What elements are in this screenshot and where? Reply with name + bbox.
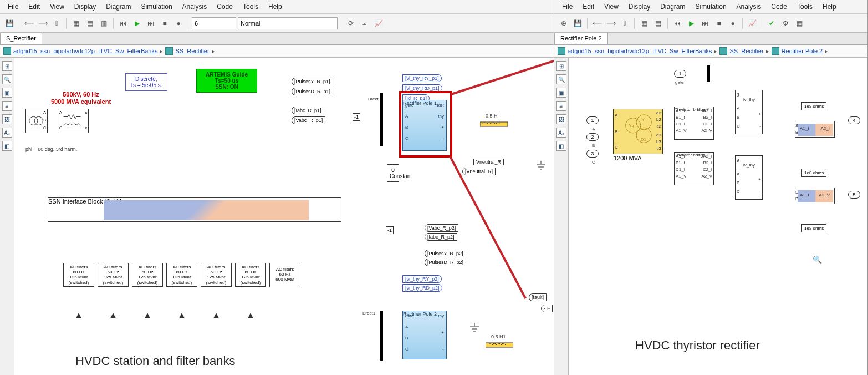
scope-icon[interactable]: 📈 [372,17,385,29]
from-vneutral[interactable]: [Vneutral_R] [462,168,496,175]
from-pulsesy-p1[interactable]: [PulsesY_R_p1] [292,78,333,85]
menu-file[interactable]: File [3,2,23,12]
menu-edit[interactable]: Edit [24,2,44,12]
goto-vithy-ry-p1[interactable]: [vi_thy_RY_p1] [402,74,442,82]
model-explorer-icon[interactable]: ▥ [98,17,110,29]
ac-filter-1[interactable]: AC filters60 Hz125 Mvar(switched) [63,263,94,287]
back-icon[interactable]: ⟸ [591,17,603,29]
from-iabc-p1[interactable]: [Iabc_R_p1] [292,107,324,114]
image-icon[interactable]: 🖼 [556,114,566,124]
inductor-block[interactable] [480,121,508,128]
menu-display[interactable]: Display [624,2,655,12]
breadcrumb-l1[interactable]: SS_Rectifier [175,48,209,54]
menu-view[interactable]: View [45,2,69,12]
check-icon[interactable]: ✔ [765,17,778,29]
iv-thy-y[interactable]: g iv_thy A+ B C- [735,90,763,134]
goto-vithy-rd-p2[interactable]: [vi_thy_RD_p2] [402,284,442,292]
viewmark-icon[interactable]: ◧ [556,141,566,151]
up-icon[interactable]: ⇧ [619,17,631,29]
fwd-icon[interactable]: ⟹ [605,17,617,29]
save-icon[interactable]: 💾 [3,17,16,29]
back-icon[interactable]: ⟸ [23,17,35,29]
ssn-interface-1ph-a[interactable]: A1_I A2_I SSN Interface Block (1ph) [795,121,835,138]
menu-tools[interactable]: Tools [793,2,817,12]
stop-time-input[interactable] [192,17,236,29]
fast-restart-icon[interactable]: ⟳ [345,17,357,29]
zoom-in-icon[interactable]: 🔍 [556,74,566,84]
canvas-left[interactable]: 500kV, 60 Hz 5000 MVA equivalent A B C A… [14,58,554,375]
menu-analysis[interactable]: Analysis [732,2,766,12]
lib-browser-icon[interactable]: ▦ [70,17,82,29]
subsystem-icon[interactable] [772,47,779,55]
breadcrumb-root[interactable]: adgrid15_ssn_bipolarhvdc12p_ITVC_Sw_Filt… [568,48,712,54]
step-back-icon[interactable]: ⏮ [117,17,129,29]
annotate-icon[interactable]: ≡ [556,101,566,111]
run-icon[interactable]: ▶ [685,17,697,29]
from-iabc-p2[interactable]: [Iabc_R_p2] [425,233,457,241]
constant-block[interactable]: 0 Constant [387,164,399,182]
menu-simulation[interactable]: Simulation [137,2,177,12]
record-icon[interactable]: ● [727,17,739,29]
from-fault[interactable]: [fault] [529,293,547,301]
menu-help[interactable]: Help [264,2,287,12]
ground-block[interactable] [535,161,547,171]
step-fwd-icon[interactable]: ⏭ [145,17,157,29]
menu-simulation[interactable]: Simulation [691,2,731,12]
model-icon[interactable] [3,47,11,55]
stop-icon[interactable]: ■ [713,17,725,29]
legend-icon[interactable]: Aₐ [556,128,566,138]
viewmark-icon[interactable]: ◧ [2,141,12,151]
from-vabc-p1[interactable]: [Vabc_R_p1] [292,116,325,124]
menu-code[interactable]: Code [767,2,792,12]
canvas-right[interactable]: 1 gate 1 A 2 B 3 C Yg Y D1 [569,58,867,375]
breadcrumb-root[interactable]: adgrid15_ssn_bipolarhvdc12p_ITVC_Sw_Filt… [13,48,157,54]
inductor2-block[interactable] [486,342,513,348]
ac-filter-4[interactable]: AC filters60 Hz125 Mvar(switched) [166,263,197,287]
transformer-1200mva[interactable]: Yg Y D1 1200 MVA A B C a2 b2 c2 a3 b3 c3 [613,109,663,154]
iv-thy-d[interactable]: g iv_thy A+ B C- [735,155,763,200]
menu-edit[interactable]: Edit [578,2,599,12]
goto-vithy-ry-p2[interactable]: [vi_thy_RY_p2] [402,275,442,283]
step-back-icon[interactable]: ⏮ [671,17,683,29]
menu-file[interactable]: File [558,2,577,12]
fit-icon[interactable]: ▣ [556,88,566,98]
resistor-1e8-a[interactable]: 1e8 ohms [801,102,826,110]
artemis-guide-block[interactable]: ARTEMiS GuideTs=50 usSSN: ON [196,69,257,93]
model-icon[interactable] [558,47,565,55]
inport-gate[interactable]: 1 [674,70,686,78]
outport-4[interactable]: 4 [848,116,860,124]
breadcrumb-l1[interactable]: SS_Rectifier [729,48,763,54]
from-t[interactable]: -T- [541,305,553,312]
resistor-1e8-b[interactable]: 1e8 ohms [801,169,826,177]
rectifier-pole-2-block[interactable]: gate thy A + B C - Rectifier Pole 2 [402,311,447,359]
gain-neg1[interactable]: -1 [353,113,360,121]
thyristor-bridge-y[interactable]: A1_IA2_I B1_IB2_I C1_IC2_I A1_VA2_V Thyr… [674,107,714,140]
fit-icon[interactable]: ▣ [2,88,12,98]
hide-browser-icon[interactable]: ⊞ [556,61,566,71]
up-icon[interactable]: ⇧ [50,17,63,29]
breadcrumb-l2[interactable]: Rectifier Pole 2 [782,48,823,54]
menu-tools[interactable]: Tools [238,2,263,12]
new-model-icon[interactable]: ⊕ [558,17,570,29]
tune-icon[interactable]: ⫠ [359,17,371,29]
ground2-block[interactable] [469,323,480,333]
zoom-in-icon[interactable]: 🔍 [2,74,12,84]
ac-filter-600[interactable]: AC filters60 Hz600 Mvar [269,263,300,287]
image-icon[interactable]: 🖼 [2,114,12,124]
scope-icon[interactable]: 📈 [746,17,758,29]
from-pulsesd-p2[interactable]: [PulsesD_R_p2] [425,259,466,266]
three-phase-source-block[interactable]: A B C [25,109,48,133]
run-icon[interactable]: ▶ [131,17,143,29]
resistor-1e8-c[interactable]: 1e8 ohms [801,224,826,232]
inport-3[interactable]: 3 [586,150,599,158]
from-pulsesy-p2[interactable]: [PulsesY_R_p2] [425,250,466,257]
ac-filter-6[interactable]: AC filters60 Hz125 Mvar(switched) [235,263,266,287]
ac-filter-5[interactable]: AC filters60 Hz125 Mvar(switched) [201,263,232,287]
demux[interactable] [707,65,710,82]
from-vabc-p2[interactable]: [Vabc_R_p2] [425,224,458,232]
subsystem-icon[interactable] [165,47,173,55]
legend-icon[interactable]: Aₐ [2,128,12,138]
menu-help[interactable]: Help [818,2,841,12]
thyristor-bridge-d[interactable]: A1_IA2_I B1_IB2_I C1_IC2_I A1_VA2_V Thyr… [674,152,714,185]
gain-neg1-2[interactable]: -1 [386,226,394,234]
